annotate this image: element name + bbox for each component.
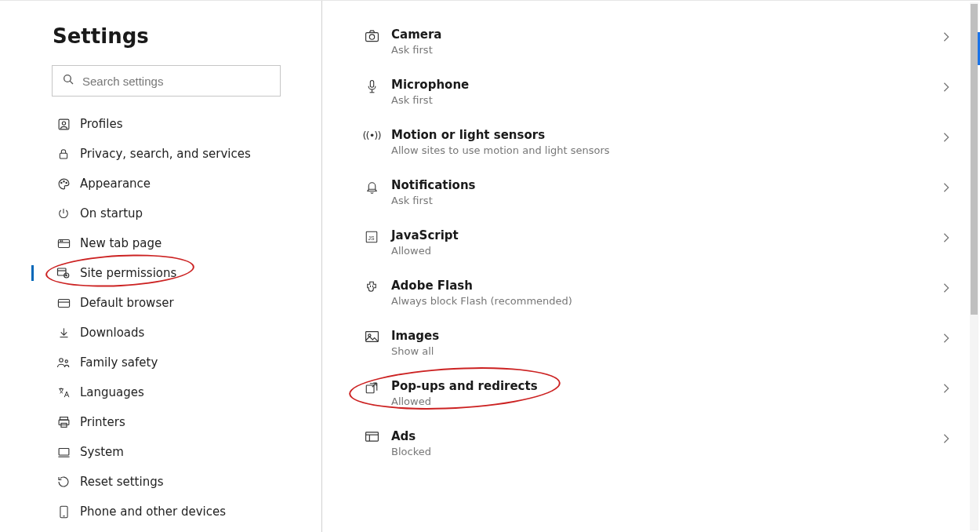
permission-row-flash[interactable]: Adobe Flash Always block Flash (recommen… (358, 269, 956, 319)
svg-point-7 (65, 182, 66, 183)
printers-icon (56, 415, 71, 429)
svg-rect-4 (60, 153, 67, 159)
sidebar-item-label: Printers (80, 415, 125, 429)
permission-subtitle: Allowed (391, 245, 942, 257)
sidebar-item-label: System (80, 445, 124, 459)
chevron-right-icon (942, 128, 956, 146)
permission-subtitle: Show all (391, 345, 942, 357)
power-icon (56, 206, 71, 220)
sidebar-item-label: Phone and other devices (80, 505, 226, 519)
sidebar-item-label: Privacy, search, and services (80, 147, 251, 161)
chevron-right-icon (942, 228, 956, 246)
permission-row-notifications[interactable]: Notifications Ask first (358, 169, 956, 219)
permission-subtitle: Ask first (391, 44, 942, 56)
permission-subtitle: Ask first (391, 195, 942, 206)
permission-subtitle: Blocked (391, 446, 942, 457)
permission-row-microphone[interactable]: Microphone Ask first (358, 68, 956, 118)
ads-icon (358, 429, 385, 443)
permission-row-popups[interactable]: Pop-ups and redirects Allowed (358, 370, 956, 420)
svg-point-31 (369, 35, 374, 39)
notifications-icon (358, 178, 385, 195)
languages-icon (56, 385, 71, 399)
microphone-icon (358, 78, 385, 94)
javascript-icon: JS (358, 228, 385, 244)
permission-title: Pop-ups and redirects (391, 379, 942, 393)
svg-point-21 (60, 359, 64, 363)
permission-title: JavaScript (391, 228, 942, 242)
svg-point-11 (61, 240, 62, 241)
phone-icon (56, 505, 71, 519)
sidebar-item-on-startup[interactable]: On startup (52, 199, 293, 228)
popups-icon (358, 379, 385, 395)
default-browser-icon (56, 296, 71, 310)
permissions-list: Camera Ask first Microphone Ask first ((… (322, 1, 980, 532)
chevron-right-icon (942, 178, 956, 196)
svg-point-5 (60, 182, 61, 183)
permission-row-ads[interactable]: Ads Blocked (358, 420, 956, 470)
sidebar-item-family-safety[interactable]: Family safety (52, 348, 293, 377)
search-settings-field[interactable] (52, 65, 281, 97)
permission-subtitle: Allowed (391, 395, 942, 407)
svg-text:JS: JS (368, 235, 375, 241)
reset-icon (56, 475, 71, 489)
chevron-right-icon (942, 429, 956, 447)
sidebar-item-printers[interactable]: Printers (52, 407, 293, 437)
sidebar-item-label: Appearance (80, 177, 151, 191)
permission-title: Camera (391, 27, 942, 42)
settings-sidebar: Settings Profiles Privacy, search, and s… (0, 1, 322, 532)
chevron-right-icon (942, 279, 956, 297)
lock-icon (56, 147, 71, 161)
svg-line-1 (70, 81, 73, 84)
svg-rect-42 (365, 432, 378, 441)
motion-sensors-icon: ((•)) (358, 128, 385, 141)
sidebar-item-appearance[interactable]: Appearance (52, 169, 293, 199)
profile-icon (56, 117, 71, 131)
search-input[interactable] (82, 75, 270, 88)
page-title: Settings (53, 24, 293, 48)
sidebar-item-default-browser[interactable]: Default browser (52, 288, 293, 318)
sidebar-item-site-permissions[interactable]: Site permissions (52, 258, 293, 288)
search-icon (62, 73, 74, 89)
sidebar-item-label: Profiles (80, 117, 122, 131)
sidebar-item-label: Languages (80, 385, 144, 399)
svg-rect-2 (59, 119, 69, 129)
sidebar-item-label: On startup (80, 206, 143, 220)
chevron-right-icon (942, 329, 956, 347)
sidebar-item-phone-devices[interactable]: Phone and other devices (52, 497, 293, 527)
permission-title: Ads (391, 429, 942, 443)
svg-point-22 (65, 360, 67, 363)
sidebar-item-new-tab[interactable]: New tab page (52, 228, 293, 258)
permission-row-javascript[interactable]: JS JavaScript Allowed (358, 219, 956, 269)
sidebar-item-profiles[interactable]: Profiles (52, 109, 293, 139)
scrollbar-thumb[interactable] (971, 4, 978, 315)
sidebar-item-languages[interactable]: Languages (52, 377, 293, 407)
svg-point-10 (60, 240, 60, 241)
svg-point-3 (62, 121, 65, 124)
svg-rect-24 (59, 420, 69, 425)
permission-title: Motion or light sensors (391, 128, 942, 142)
permission-row-camera[interactable]: Camera Ask first (358, 18, 956, 68)
images-icon (358, 329, 385, 343)
sidebar-item-label: Default browser (80, 296, 174, 310)
system-icon (56, 445, 71, 459)
settings-page: Settings Profiles Privacy, search, and s… (0, 0, 980, 532)
sidebar-item-downloads[interactable]: Downloads (52, 318, 293, 348)
permission-subtitle: Ask first (391, 94, 942, 106)
downloads-icon (56, 326, 71, 340)
scrollbar[interactable] (970, 2, 978, 530)
sidebar-item-label: Reset settings (80, 475, 164, 489)
chevron-right-icon (942, 78, 956, 96)
sidebar-item-system[interactable]: System (52, 437, 293, 467)
sidebar-item-label: Downloads (80, 326, 144, 340)
permission-row-motion-sensors[interactable]: ((•)) Motion or light sensors Allow site… (358, 118, 956, 169)
sidebar-nav: Profiles Privacy, search, and services A… (52, 109, 293, 527)
sidebar-item-label: New tab page (80, 236, 162, 250)
sidebar-item-reset-settings[interactable]: Reset settings (52, 467, 293, 497)
svg-point-0 (64, 75, 71, 82)
svg-rect-32 (370, 80, 373, 87)
permission-row-images[interactable]: Images Show all (358, 319, 956, 370)
permission-subtitle: Allow sites to use motion and light sens… (391, 144, 942, 156)
new-tab-icon (56, 236, 71, 250)
sidebar-item-label: Family safety (80, 355, 158, 370)
sidebar-item-privacy[interactable]: Privacy, search, and services (52, 139, 293, 169)
